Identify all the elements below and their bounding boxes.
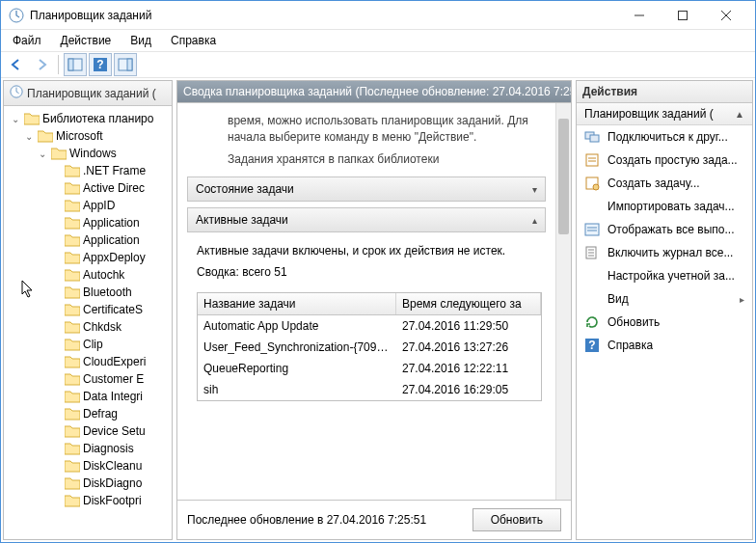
tree-node[interactable]: Device Setu [8, 422, 172, 440]
col-task-name[interactable]: Название задачи [198, 293, 396, 314]
action-item[interactable]: Включить журнал все... [577, 241, 752, 264]
folder-icon [65, 199, 80, 212]
menu-action[interactable]: Действие [53, 32, 120, 49]
action-item[interactable]: Обновить [577, 311, 752, 334]
action-item[interactable]: Отображать все выпо... [577, 218, 752, 241]
tree-panel-header: Планировщик заданий ( [4, 81, 172, 106]
svg-rect-13 [590, 135, 599, 142]
tree-node[interactable]: AppID [8, 197, 172, 214]
tree-node[interactable]: Bluetooth [8, 284, 172, 301]
nav-back-button[interactable] [5, 53, 28, 76]
window-title: Планировщик заданий [30, 9, 617, 22]
show-actions-button[interactable] [114, 53, 137, 76]
tree-node[interactable]: .NET Frame [8, 162, 172, 179]
folder-icon [38, 129, 53, 143]
tree-node[interactable]: Customer E [8, 370, 172, 388]
vertical-scrollbar[interactable] [555, 103, 571, 500]
action-label: Вид [608, 292, 629, 306]
tree-node[interactable]: Diagnosis [8, 440, 172, 457]
action-label: Настройка учетной за... [608, 269, 735, 283]
help-button[interactable]: ? [89, 53, 112, 76]
close-button[interactable] [704, 2, 747, 29]
tree-node-label: Bluetooth [83, 285, 132, 299]
tree-node-microsoft[interactable]: ⌄ Microsoft [8, 127, 172, 145]
actions-group-title: Планировщик заданий ( ▲ [577, 103, 752, 125]
tree-node[interactable]: Defrag [8, 405, 172, 422]
folder-icon [65, 390, 80, 403]
tree-node-label: Application [83, 233, 140, 247]
action-item[interactable]: Импортировать задач... [577, 195, 752, 218]
tree-node[interactable]: CertificateS [8, 301, 172, 318]
tree-node-library[interactable]: ⌄ Библиотека планиро [8, 110, 172, 127]
menu-help[interactable]: Справка [163, 32, 224, 49]
minimize-button[interactable] [617, 2, 661, 29]
expand-icon[interactable]: ⌄ [23, 131, 35, 142]
col-next-run[interactable]: Время следующего за [396, 293, 541, 314]
table-row[interactable]: User_Feed_Synchronization-{709F... 27.04… [198, 337, 541, 358]
maximize-button[interactable] [661, 2, 704, 29]
actions-panel: Действия Планировщик заданий ( ▲ Подключ… [576, 80, 753, 540]
import-icon [584, 199, 600, 214]
cell-next-run: 27.04.2016 11:29:50 [396, 317, 541, 335]
action-item[interactable]: Создать простую зада... [577, 149, 752, 172]
tree-node-label: AppID [83, 199, 115, 212]
show-tree-button[interactable] [64, 53, 87, 76]
tree-node-label: CertificateS [83, 303, 143, 316]
chevron-up-icon: ▴ [532, 215, 537, 226]
chevron-up-icon[interactable]: ▲ [735, 109, 744, 120]
menu-view[interactable]: Вид [122, 32, 159, 49]
tree-node[interactable]: Data Integri [8, 388, 172, 405]
tree[interactable]: ⌄ Библиотека планиро ⌄ Microsoft ⌄ Windo… [4, 106, 172, 539]
tree-node[interactable]: Application [8, 214, 172, 231]
svg-point-16 [593, 184, 599, 190]
task-basic-icon [584, 152, 600, 168]
section-task-status[interactable]: Состояние задачи ▾ [187, 176, 546, 202]
clock-icon [10, 85, 23, 101]
folder-icon [65, 494, 80, 507]
tree-node[interactable]: DiskFootpri [8, 492, 172, 509]
tree-node[interactable]: Autochk [8, 266, 172, 284]
action-item[interactable]: Подключиться к друг... [577, 125, 752, 149]
tree-node[interactable]: Active Direc [8, 179, 172, 197]
expand-icon[interactable]: ⌄ [10, 114, 21, 124]
nav-forward-button[interactable] [30, 53, 53, 76]
folder-icon [65, 424, 80, 438]
tree-root-label: Планировщик заданий ( [27, 87, 156, 100]
intro-text: время, можно использовать планировщик за… [228, 113, 540, 146]
action-label: Создать простую зада... [608, 153, 738, 167]
action-item[interactable]: ? Справка [577, 334, 752, 357]
tree-node-label: Autochk [83, 268, 124, 282]
expand-icon[interactable]: ⌄ [37, 149, 48, 159]
action-item[interactable]: Вид [577, 287, 752, 311]
action-item[interactable]: Настройка учетной за... [577, 264, 752, 287]
action-item[interactable]: Создать задачу... [577, 172, 752, 195]
tree-node-label: Diagnosis [83, 442, 134, 455]
table-row[interactable]: QueueReporting 27.04.2016 12:22:11 [198, 358, 541, 379]
tree-node-label: .NET Frame [83, 164, 146, 177]
tree-node-label: AppxDeploy [83, 251, 146, 264]
folder-icon [65, 442, 80, 455]
tree-node[interactable]: AppxDeploy [8, 249, 172, 266]
intro-text-2: Задания хранятся в папках библиотеки [228, 151, 540, 168]
help-icon: ? [584, 338, 600, 353]
tree-node[interactable]: Application [8, 231, 172, 249]
action-label: Подключиться к друг... [608, 130, 728, 144]
tree-node[interactable]: CloudExperi [8, 353, 172, 370]
folder-icon [65, 164, 80, 177]
table-row[interactable]: Automatic App Update 27.04.2016 11:29:50 [198, 315, 541, 337]
tree-node-windows[interactable]: ⌄ Windows [8, 145, 172, 162]
refresh-button[interactable]: Обновить [472, 508, 561, 531]
tree-node[interactable]: DiskDiagno [8, 475, 172, 492]
tree-node-label: Chkdsk [83, 320, 122, 334]
svg-rect-17 [585, 224, 599, 235]
svg-text:?: ? [588, 339, 595, 352]
last-refresh-label: Последнее обновление в 27.04.2016 7:25:5… [187, 513, 461, 527]
section-active-tasks[interactable]: Активные задачи ▴ [187, 207, 546, 232]
menu-file[interactable]: Файл [5, 32, 49, 49]
toolbar: ? [1, 51, 755, 78]
tree-node[interactable]: Chkdsk [8, 318, 172, 336]
table-row[interactable]: sih 27.04.2016 16:29:05 [198, 379, 541, 400]
action-label: Отображать все выпо... [608, 223, 735, 236]
tree-node[interactable]: DiskCleanu [8, 457, 172, 475]
tree-node[interactable]: Clip [8, 336, 172, 353]
